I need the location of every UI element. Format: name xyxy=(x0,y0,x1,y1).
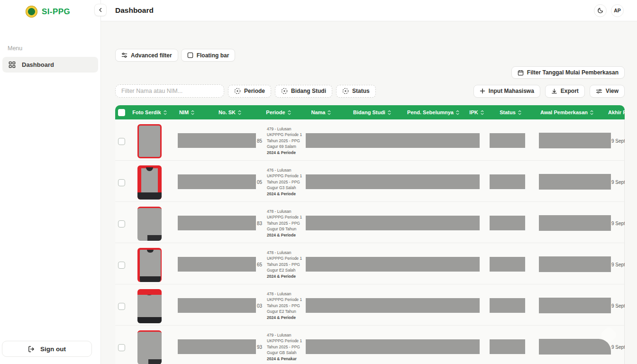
column-header-ipk[interactable]: IPK xyxy=(464,109,490,115)
nosk-tail-text: 85 xyxy=(257,138,262,144)
nosk-tail-text: 05 xyxy=(257,180,262,185)
table-row: 93479 - LulusanUKPPPG Periode 1Tahun 202… xyxy=(115,326,624,364)
akhir-tail-text: 9 Septem xyxy=(611,303,625,309)
column-header-foto-serdik[interactable]: Foto Serdik xyxy=(129,109,170,115)
redacted-awal-pemberkasan xyxy=(539,133,611,148)
akhir-tail-text: 9 Septem xyxy=(611,221,625,226)
periode-cell: 479 - LulusanUKPPPG Periode 1Tahun 2025 … xyxy=(267,126,308,155)
redacted-nama-bidang-pend xyxy=(306,133,480,148)
sort-icon xyxy=(328,110,331,115)
redacted-nama-bidang-pend xyxy=(306,216,480,230)
row-checkbox[interactable] xyxy=(118,138,125,145)
sort-icon xyxy=(238,110,241,115)
export-button[interactable]: Export xyxy=(545,85,585,98)
circle-dot-icon xyxy=(281,88,288,94)
redacted-awal-pemberkasan xyxy=(539,256,611,272)
select-all-checkbox[interactable] xyxy=(115,109,129,116)
column-header-awal-pemberkasan[interactable]: Awal Pemberkasan xyxy=(531,109,602,115)
input-mahasiswa-button[interactable]: Input Mahasiswa xyxy=(473,85,540,98)
nosk-tail-text: 65 xyxy=(257,262,262,267)
redacted-awal-pemberkasan xyxy=(539,339,611,355)
redacted-nim-nosk xyxy=(178,298,256,313)
sidebar-item-dashboard[interactable]: Dashboard xyxy=(2,57,98,73)
redacted-nama-bidang-pend xyxy=(306,257,480,272)
sort-icon xyxy=(288,110,291,115)
sliders-icon xyxy=(596,88,602,94)
search-input[interactable] xyxy=(115,84,224,98)
sort-icon xyxy=(590,110,593,115)
redacted-status xyxy=(490,216,525,230)
column-header-nim[interactable]: NIM xyxy=(170,109,204,115)
sort-icon xyxy=(518,110,521,115)
column-header-pend-sebelumnya[interactable]: Pend. Sebelumnya xyxy=(403,109,464,115)
nosk-tail-text: 03 xyxy=(257,303,262,309)
column-header-periode[interactable]: Periode xyxy=(256,109,301,115)
topbar: Dashboard AP xyxy=(101,0,637,21)
menu-section-label: Menu xyxy=(8,45,100,52)
redacted-awal-pemberkasan xyxy=(539,174,611,190)
sort-icon xyxy=(164,110,167,115)
checkbox[interactable] xyxy=(118,109,125,116)
date-filter-button[interactable]: Filter Tanggal Mulai Pemberkasan xyxy=(511,66,625,79)
row-checkbox[interactable] xyxy=(118,179,125,186)
calendar-icon xyxy=(518,70,524,76)
column-header-status[interactable]: Status xyxy=(490,109,531,115)
nosk-tail-text: 83 xyxy=(257,221,262,226)
logout-icon xyxy=(28,346,35,353)
redacted-status xyxy=(490,298,525,313)
akhir-tail-text: 9 Septem xyxy=(611,345,625,350)
column-header-no-sk[interactable]: No. SK xyxy=(204,109,256,115)
floating-bar-button[interactable]: Floating bar xyxy=(181,49,236,62)
redacted-nim-nosk xyxy=(178,216,256,230)
moon-icon xyxy=(597,7,604,14)
table-row: 85479 - LulusanUKPPPG Periode 1Tahun 202… xyxy=(115,119,624,161)
periode-cell: 476 - LulusanUKPPPG Periode 1Tahun 2025 … xyxy=(267,167,308,197)
serdik-photo xyxy=(137,248,162,282)
checkbox-square-icon xyxy=(187,52,193,58)
serdik-photo xyxy=(137,124,162,158)
redacted-awal-pemberkasan xyxy=(539,215,611,231)
view-button[interactable]: View xyxy=(590,85,625,98)
filter-chip-status[interactable]: Status xyxy=(336,85,376,98)
serdik-photo xyxy=(137,289,162,323)
grid-icon xyxy=(9,61,16,68)
periode-cell: 478 - LulusanUKPPPG Periode 1Tahun 2025 … xyxy=(267,209,308,238)
app-name: SI-PPG xyxy=(42,7,70,17)
page-title: Dashboard xyxy=(115,6,154,15)
sort-icon xyxy=(388,110,391,115)
main-content: Advanced filter Floating bar Filter Tang… xyxy=(101,21,637,364)
column-header-akhir-pemberkasan[interactable]: Akhir Pemberkasan xyxy=(602,109,625,115)
row-checkbox[interactable] xyxy=(118,303,125,310)
sidebar-collapse-button[interactable] xyxy=(94,4,107,16)
periode-cell: 479 - LulusanUKPPPG Periode 1Tahun 2025 … xyxy=(267,332,308,362)
redacted-nim-nosk xyxy=(178,339,256,354)
sign-out-button[interactable]: Sign out xyxy=(2,341,92,357)
filter-chip-bidang-studi[interactable]: Bidang Studi xyxy=(275,85,332,98)
plus-icon xyxy=(480,88,485,94)
column-header-nama[interactable]: Nama xyxy=(301,109,341,115)
redacted-nama-bidang-pend xyxy=(306,298,480,313)
column-header-bidang-studi[interactable]: Bidang Studi xyxy=(341,109,403,115)
periode-cell: 478 - LulusanUKPPPG Periode 1Tahun 2025 … xyxy=(267,291,308,320)
adjustments-icon xyxy=(121,52,127,58)
sort-icon xyxy=(191,110,194,115)
download-icon xyxy=(551,88,557,94)
periode-cell: 478 - LulusanUKPPPG Periode 1Tahun 2025 … xyxy=(267,250,308,279)
theme-toggle-button[interactable] xyxy=(594,4,607,17)
row-checkbox[interactable] xyxy=(118,344,125,351)
redacted-nama-bidang-pend xyxy=(306,339,480,354)
redacted-status xyxy=(490,339,525,354)
table-row: 05476 - LulusanUKPPPG Periode 1Tahun 202… xyxy=(115,161,624,202)
avatar[interactable]: AP xyxy=(611,4,624,17)
row-checkbox[interactable] xyxy=(118,262,125,269)
redacted-nim-nosk xyxy=(178,133,256,148)
circle-dot-icon xyxy=(234,88,241,94)
akhir-tail-text: 9 Septem xyxy=(611,138,625,144)
advanced-filter-button[interactable]: Advanced filter xyxy=(115,49,178,62)
students-table: Foto SerdikNIMNo. SKPeriodeNamaBidang St… xyxy=(115,105,625,364)
row-checkbox[interactable] xyxy=(118,220,125,228)
filter-chip-periode[interactable]: Periode xyxy=(228,85,271,98)
redacted-nim-nosk xyxy=(178,257,256,272)
redacted-nama-bidang-pend xyxy=(306,174,480,189)
serdik-photo xyxy=(137,207,162,241)
